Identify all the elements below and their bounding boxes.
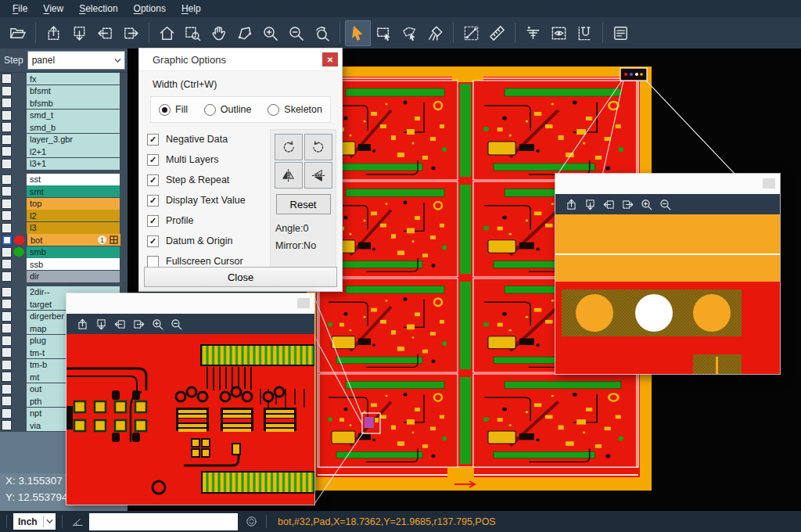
layer-visibility-checkbox[interactable]	[2, 111, 11, 120]
layer-row-smb[interactable]: smb	[0, 246, 128, 259]
layer-visibility-checkbox[interactable]	[2, 324, 11, 332]
layer-visibility-checkbox[interactable]	[2, 99, 11, 107]
layer-name[interactable]: bfsmb	[27, 97, 120, 109]
command-input[interactable]	[89, 513, 238, 530]
filter-button[interactable]	[520, 20, 546, 46]
layer-name[interactable]: l3+1	[27, 158, 120, 170]
zoom-in-button[interactable]	[637, 196, 656, 213]
mirror-vertical-button[interactable]	[304, 162, 332, 189]
layer-row-l2+1[interactable]: l2+1	[0, 146, 128, 158]
rotate-cw-button[interactable]	[275, 134, 303, 160]
radio-dot[interactable]	[204, 104, 216, 116]
layer-visibility-checkbox[interactable]	[2, 385, 11, 394]
unit-dropdown[interactable]: Inch	[13, 513, 56, 530]
zoom-window-1-titlebar[interactable]	[66, 293, 314, 314]
zoom-window-2-close-button[interactable]	[763, 178, 775, 189]
layer-name[interactable]: fx	[27, 73, 120, 84]
layer-visibility-checkbox[interactable]	[2, 248, 11, 257]
layer-row-bot[interactable]: bot1	[0, 234, 128, 246]
menu-view[interactable]: View	[35, 2, 71, 16]
layer-name[interactable]: sst	[27, 174, 120, 185]
option-multi-layers[interactable]: ✓Multi Layers	[147, 149, 270, 170]
option-step-repeat[interactable]: ✓Step & Repeat	[147, 170, 270, 190]
layer-name[interactable]: layer_3.gbr	[27, 134, 120, 146]
layer-name[interactable]: l2	[27, 210, 120, 221]
layer-name[interactable]: bot1	[27, 234, 120, 246]
layer-visibility-checkbox[interactable]	[2, 260, 11, 268]
option-negative-data[interactable]: ✓Negative Data	[147, 129, 270, 149]
pan-left-button[interactable]	[599, 196, 618, 213]
view-options-button[interactable]	[546, 20, 572, 46]
pan-left-button[interactable]	[110, 315, 129, 332]
checkbox[interactable]: ✓	[147, 215, 159, 227]
checkbox[interactable]: ✓	[147, 235, 159, 247]
checkbox[interactable]: ✓	[147, 134, 159, 146]
option-profile[interactable]: ✓Profile	[147, 210, 270, 231]
layer-name[interactable]: smd_t	[27, 110, 120, 121]
pan-down-button[interactable]	[580, 196, 599, 213]
layer-name[interactable]: smb	[27, 246, 120, 258]
layer-visibility-checkbox[interactable]	[2, 235, 12, 245]
layer-row-smt[interactable]: smt	[0, 185, 128, 198]
layer-visibility-checkbox[interactable]	[2, 288, 11, 297]
layer-visibility-checkbox[interactable]	[2, 87, 11, 95]
pan-up-button[interactable]	[41, 20, 66, 46]
checkbox[interactable]	[147, 256, 159, 268]
snap-button[interactable]	[572, 20, 598, 46]
layer-row-smd_t[interactable]: smd_t	[0, 110, 128, 122]
layer-row-ssb[interactable]: ssb	[0, 258, 128, 271]
zoom-out-button[interactable]	[656, 196, 674, 213]
menu-help[interactable]: Help	[174, 2, 209, 16]
layer-visibility-checkbox[interactable]	[2, 397, 11, 405]
open-file-button[interactable]	[5, 20, 31, 46]
zoom-window-button[interactable]	[180, 20, 206, 46]
layer-row-l3+1[interactable]: l3+1	[0, 158, 128, 171]
zoom-in-button[interactable]	[148, 315, 167, 332]
zoom-in-button[interactable]	[257, 20, 283, 46]
rect-select-button[interactable]	[371, 20, 397, 46]
pan-right-button[interactable]	[618, 196, 637, 213]
zoom-polygon-button[interactable]	[232, 20, 257, 46]
layer-row-bfsmt[interactable]: bfsmt	[0, 85, 128, 98]
pan-left-button[interactable]	[92, 20, 118, 46]
radio-dot[interactable]	[159, 104, 171, 116]
pan-down-button[interactable]	[66, 20, 92, 46]
radio-outline[interactable]: Outline	[204, 104, 252, 116]
layer-name[interactable]: smt	[27, 185, 120, 197]
layer-row-top[interactable]: top	[0, 198, 128, 210]
close-button[interactable]: Close	[144, 267, 337, 287]
layer-name[interactable]: l3	[27, 222, 120, 234]
pan-right-button[interactable]	[129, 315, 148, 332]
layers-panel-button[interactable]	[608, 20, 634, 46]
layer-visibility-checkbox[interactable]	[2, 421, 11, 430]
checkbox[interactable]: ✓	[147, 174, 159, 186]
menu-options[interactable]: Options	[126, 2, 174, 16]
reset-button[interactable]: Reset	[276, 194, 331, 214]
menu-selection[interactable]: Selection	[71, 2, 125, 16]
pan-hand-button[interactable]	[206, 20, 232, 46]
layer-visibility-checkbox[interactable]	[2, 409, 11, 418]
layer-row-sst[interactable]: sst	[0, 174, 128, 186]
layer-name[interactable]: smd_b	[27, 121, 120, 133]
layer-visibility-checkbox[interactable]	[2, 348, 11, 357]
layer-name[interactable]: bfsmt	[27, 85, 120, 97]
pan-down-button[interactable]	[92, 315, 110, 332]
layer-row-l3[interactable]: l3	[0, 222, 128, 235]
layer-visibility-checkbox[interactable]	[2, 187, 11, 196]
zoom-window-2-titlebar[interactable]	[555, 174, 780, 194]
layer-visibility-checkbox[interactable]	[2, 361, 11, 369]
measure-line-button[interactable]	[458, 20, 484, 46]
layer-name[interactable]: dir	[27, 271, 120, 282]
layer-name[interactable]: ssb	[27, 258, 120, 270]
layer-row-dir[interactable]: dir	[0, 271, 128, 283]
option-display-text-value[interactable]: ✓Display Text Value	[147, 190, 270, 210]
pan-up-button[interactable]	[73, 315, 92, 332]
zoom-window-1-view[interactable]	[66, 334, 314, 505]
layer-visibility-checkbox[interactable]	[2, 224, 11, 232]
checkbox[interactable]: ✓	[147, 195, 159, 207]
radio-dot[interactable]	[268, 104, 279, 116]
radio-skeleton[interactable]: Skeleton	[268, 104, 322, 116]
layer-row-l2[interactable]: l2	[0, 210, 128, 222]
radio-fill[interactable]: Fill	[159, 104, 188, 116]
zoom-window-2-view[interactable]	[555, 214, 780, 374]
